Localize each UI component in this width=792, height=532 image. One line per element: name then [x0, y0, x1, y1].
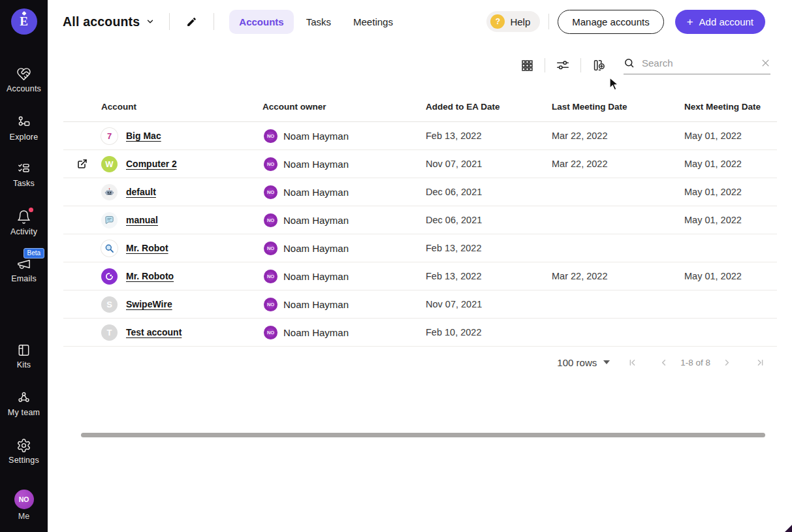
account-link[interactable]: Mr. Robot [126, 243, 168, 253]
workspace-title: All accounts [63, 14, 140, 29]
tab-accounts[interactable]: Accounts [229, 10, 293, 34]
sidebar-item-activity[interactable]: Activity [0, 208, 48, 236]
added-to-ea-date: Feb 10, 2022 [426, 327, 552, 337]
user-avatar: NO [14, 490, 34, 509]
sidebar-item-kits[interactable]: Kits [0, 341, 48, 369]
account-logo [101, 212, 118, 228]
tab-tasks[interactable]: Tasks [296, 10, 341, 34]
first-page-button[interactable] [627, 358, 637, 368]
tab-meetings[interactable]: Meetings [343, 10, 403, 34]
owner-avatar: NO [264, 326, 277, 339]
table-row[interactable]: defaultNONoam HaymanDec 06, 2021May 01, … [63, 178, 777, 206]
owner-name: Noam Hayman [283, 215, 349, 226]
table-row[interactable]: Mr. RobotNONoam HaymanFeb 13, 2022 [63, 234, 777, 262]
workspace-selector[interactable]: All accounts [63, 14, 155, 29]
sidebar-item-explore[interactable]: Explore [0, 114, 48, 142]
table-row[interactable]: Mr. RobotoNONoam HaymanFeb 13, 2022Mar 2… [63, 262, 777, 290]
table-row[interactable]: WComputer 2NONoam HaymanNov 07, 2021Mar … [63, 150, 777, 178]
help-button[interactable]: ? Help [486, 11, 540, 32]
owner-name: Noam Hayman [283, 299, 349, 310]
owner-avatar: NO [264, 298, 277, 311]
column-header-account[interactable]: Account [101, 102, 262, 112]
column-header-added[interactable]: Added to EA Date [426, 102, 552, 112]
app-logo[interactable]: E [11, 8, 37, 35]
account-logo: T [101, 324, 118, 341]
search-icon [624, 57, 635, 69]
owner-avatar: NO [264, 129, 277, 143]
next-meeting-date: May 01, 2022 [684, 215, 777, 225]
org-chart-icon [16, 114, 33, 131]
panel-icon [16, 341, 33, 358]
next-page-button[interactable] [722, 358, 732, 368]
corner-widget[interactable] [785, 525, 792, 532]
question-icon: ? [490, 14, 505, 29]
next-meeting-date: May 01, 2022 [684, 271, 777, 281]
account-link[interactable]: Test account [126, 327, 182, 337]
add-account-button[interactable]: + Add account [675, 10, 765, 34]
account-logo: 7 [101, 128, 118, 144]
owner-name: Noam Hayman [283, 159, 349, 170]
account-logo: W [101, 156, 118, 172]
owner-name: Noam Hayman [283, 131, 349, 142]
account-link[interactable]: default [126, 187, 156, 197]
owner-name: Noam Hayman [283, 327, 349, 338]
gear-icon [16, 437, 33, 454]
sidebar-item-label: Me [18, 512, 29, 521]
rows-per-page-label: 100 rows [557, 357, 597, 368]
added-to-ea-date: Nov 07, 2021 [426, 299, 552, 309]
divider [548, 14, 549, 29]
horizontal-scrollbar[interactable] [81, 433, 765, 437]
sidebar-item-label: Emails [11, 274, 37, 283]
main-content: All accounts Accounts Tasks Meetings ? H… [48, 0, 792, 532]
sidebar-item-tasks[interactable]: Tasks [0, 160, 48, 188]
account-logo [101, 268, 118, 285]
sidebar-item-accounts[interactable]: Accounts [0, 65, 48, 93]
search-field [624, 57, 770, 74]
account-link[interactable]: Computer 2 [126, 159, 177, 169]
column-header-owner[interactable]: Account owner [262, 102, 426, 112]
grid-view-icon[interactable] [519, 57, 535, 73]
logo-letter: E [20, 14, 28, 29]
open-account-icon[interactable] [77, 159, 87, 169]
sidebar-item-settings[interactable]: Settings [0, 437, 48, 465]
account-link[interactable]: SwipeWire [126, 299, 172, 309]
sidebar-item-me[interactable]: NO Me [14, 490, 34, 521]
table-row[interactable]: manualNONoam HaymanDec 06, 2021May 01, 2… [63, 206, 777, 234]
divider [580, 58, 581, 72]
add-column-icon[interactable] [591, 57, 607, 73]
chevron-down-icon [146, 17, 155, 26]
add-account-label: Add account [699, 16, 753, 27]
search-input[interactable] [641, 57, 755, 69]
column-header-last-meeting[interactable]: Last Meeting Date [552, 102, 684, 112]
account-link[interactable]: manual [126, 215, 158, 225]
column-header-next-meeting[interactable]: Next Meeting Date [684, 102, 777, 112]
table-row[interactable]: 7Big MacNONoam HaymanFeb 13, 2022Mar 22,… [63, 122, 777, 150]
table-body: 7Big MacNONoam HaymanFeb 13, 2022Mar 22,… [63, 122, 777, 347]
account-link[interactable]: Mr. Roboto [126, 271, 174, 281]
owner-name: Noam Hayman [283, 271, 349, 282]
sidebar-item-my-team[interactable]: My team [0, 389, 48, 417]
account-link[interactable]: Big Mac [126, 131, 161, 141]
sidebar-item-emails[interactable]: Beta Emails [0, 255, 48, 283]
table-row[interactable]: TTest accountNONoam HaymanFeb 10, 2022 [63, 319, 777, 347]
last-page-button[interactable] [755, 358, 765, 368]
owner-avatar: NO [264, 213, 277, 227]
megaphone-icon: Beta [16, 255, 33, 272]
clear-search-icon[interactable] [761, 58, 770, 68]
sidebar-item-label: Explore [10, 133, 39, 142]
plus-icon: + [687, 16, 693, 27]
team-nodes-icon [16, 389, 33, 406]
accounts-table: Account Account owner Added to EA Date L… [63, 91, 777, 347]
owner-avatar: NO [264, 185, 277, 199]
table-row[interactable]: SSwipeWireNONoam HaymanNov 07, 2021 [63, 290, 777, 319]
previous-page-button[interactable] [659, 358, 669, 368]
owner-avatar: NO [264, 242, 277, 255]
rows-per-page-select[interactable]: 100 rows [557, 357, 610, 368]
heart-handshake-icon [16, 65, 33, 82]
next-meeting-date: May 01, 2022 [684, 187, 777, 197]
edit-view-button[interactable] [186, 16, 197, 27]
owner-name: Noam Hayman [283, 187, 349, 198]
manage-accounts-button[interactable]: Manage accounts [558, 10, 663, 34]
filters-icon[interactable] [555, 57, 571, 73]
help-label: Help [510, 16, 530, 27]
